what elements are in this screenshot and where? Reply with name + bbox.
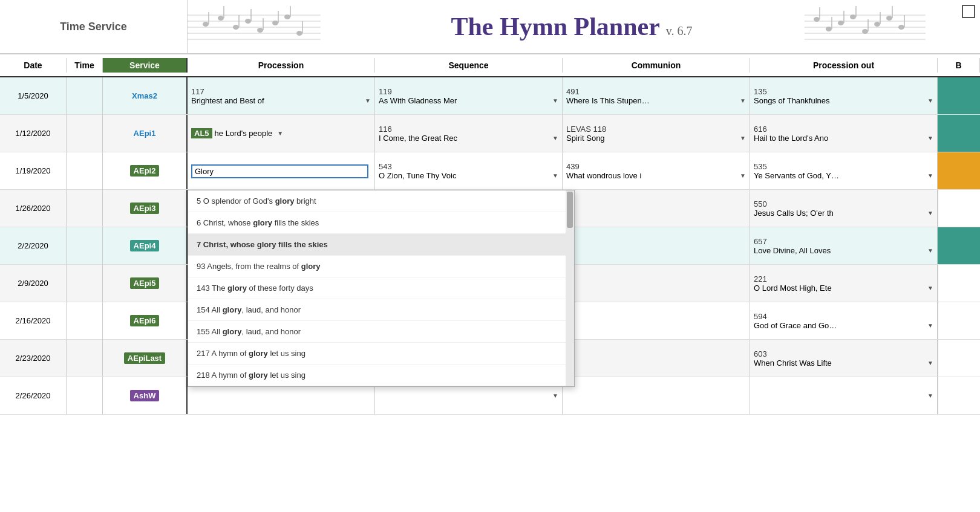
hymn-number: 657 bbox=[754, 237, 933, 246]
hymn-select[interactable]: Ye Servants of God, Y… ▼ bbox=[754, 171, 933, 180]
service-cell[interactable]: AEpi5 bbox=[103, 265, 188, 302]
sequence-cell[interactable]: 543 O Zion, Tune Thy Voic ▼ bbox=[375, 152, 563, 189]
procout-cell[interactable]: 135 Songs of Thankfulnes ▼ bbox=[750, 77, 938, 114]
communion-cell[interactable]: LEVAS 118 Spirit Song ▼ bbox=[563, 115, 750, 152]
service-link[interactable]: AEpi3 bbox=[130, 203, 160, 214]
dropdown-arrow-icon[interactable]: ▼ bbox=[552, 97, 558, 104]
dropdown-arrow-icon[interactable]: ▼ bbox=[927, 135, 933, 141]
hymn-select[interactable]: Hail to the Lord's Ano ▼ bbox=[754, 134, 933, 143]
procession-cell-editing[interactable] bbox=[188, 152, 375, 189]
autocomplete-item[interactable]: 154 All glory, laud, and honor bbox=[188, 299, 574, 321]
procout-cell[interactable]: ▼ bbox=[750, 377, 938, 414]
service-cell[interactable]: AEpi3 bbox=[103, 190, 188, 227]
svg-point-5 bbox=[203, 22, 209, 27]
autocomplete-item[interactable]: 155 All glory, laud, and honor bbox=[188, 321, 574, 343]
hymn-select[interactable]: God of Grace and Go… ▼ bbox=[754, 321, 933, 330]
service-link[interactable]: AshW bbox=[130, 390, 160, 401]
procout-cell[interactable]: 657 Love Divine, All Loves ▼ bbox=[750, 227, 938, 264]
hymn-select[interactable]: As With Gladness Mer ▼ bbox=[379, 96, 558, 105]
dropdown-arrow-icon[interactable]: ▼ bbox=[740, 172, 746, 179]
communion-cell[interactable] bbox=[563, 227, 750, 264]
hymn-select[interactable]: Spirit Song ▼ bbox=[566, 134, 746, 143]
communion-cell[interactable]: 58 bbox=[563, 265, 750, 302]
autocomplete-item[interactable]: 5 O splendor of God's glory bright bbox=[188, 190, 574, 212]
dropdown-arrow-icon[interactable]: ▼ bbox=[740, 97, 746, 104]
dropdown-arrow-icon[interactable]: ▼ bbox=[927, 247, 933, 254]
scrollbar-thumb[interactable] bbox=[567, 192, 573, 228]
procession-cell[interactable]: AL5 he Lord's people ▼ bbox=[188, 115, 375, 152]
procout-cell[interactable]: 535 Ye Servants of God, Y… ▼ bbox=[750, 152, 938, 189]
extra-cell bbox=[938, 302, 980, 339]
service-link[interactable]: AEpi2 bbox=[130, 165, 160, 177]
col-header-time: Time bbox=[67, 58, 103, 73]
communion-cell[interactable] bbox=[563, 302, 750, 339]
svg-point-38 bbox=[886, 16, 892, 21]
dropdown-arrow-icon[interactable]: ▼ bbox=[365, 97, 371, 104]
service-link[interactable]: Xmas2 bbox=[132, 91, 157, 100]
procession-cell[interactable]: 117 Brightest and Best of ▼ bbox=[188, 77, 375, 114]
service-link[interactable]: AEpi6 bbox=[130, 315, 160, 326]
item-after: of these forty days bbox=[247, 284, 313, 293]
hymn-select[interactable]: O Lord Most High, Ete ▼ bbox=[754, 284, 933, 293]
window-checkbox-icon[interactable] bbox=[962, 5, 975, 18]
service-link[interactable]: AEpi4 bbox=[130, 240, 160, 251]
service-cell[interactable]: AEpi4 bbox=[103, 227, 188, 264]
service-cell[interactable]: AEpiLast bbox=[103, 340, 188, 377]
service-cell[interactable]: AEpi2 bbox=[103, 152, 188, 189]
service-link[interactable]: AEpi5 bbox=[130, 277, 160, 289]
dropdown-arrow-icon[interactable]: ▼ bbox=[927, 322, 933, 329]
hymn-name: he Lord's people bbox=[215, 129, 273, 138]
procout-cell[interactable]: 594 God of Grace and Go… ▼ bbox=[750, 302, 938, 339]
procout-cell[interactable]: 221 O Lord Most High, Ete ▼ bbox=[750, 265, 938, 302]
procession-input[interactable] bbox=[191, 164, 368, 178]
hymn-select[interactable]: I Come, the Great Rec ▼ bbox=[379, 134, 558, 143]
service-cell[interactable]: AEpi6 bbox=[103, 302, 188, 339]
dropdown-arrow-icon[interactable]: ▼ bbox=[927, 360, 933, 366]
dropdown-arrow-icon[interactable]: ▼ bbox=[740, 135, 746, 141]
item-bold: glory bbox=[227, 284, 247, 293]
service-cell[interactable]: AshW bbox=[103, 377, 188, 414]
procout-cell[interactable]: 550 Jesus Calls Us; O'er th ▼ bbox=[750, 190, 938, 227]
dropdown-arrow-icon[interactable]: ▼ bbox=[927, 285, 933, 291]
header-right bbox=[956, 0, 980, 53]
sequence-cell[interactable]: 116 I Come, the Great Rec ▼ bbox=[375, 115, 563, 152]
service-link[interactable]: AEpiLast bbox=[124, 352, 165, 364]
autocomplete-item[interactable]: 217 A hymn of glory let us sing bbox=[188, 343, 574, 365]
communion-cell[interactable] bbox=[563, 340, 750, 377]
autocomplete-item-selected[interactable]: 7 Christ, whose glory fills the skies bbox=[188, 234, 574, 256]
dropdown-arrow-icon[interactable]: ▼ bbox=[927, 172, 933, 179]
autocomplete-item[interactable]: 218 A hymn of glory let us sing bbox=[188, 365, 574, 386]
sequence-cell[interactable]: 119 As With Gladness Mer ▼ bbox=[375, 77, 563, 114]
service-link[interactable]: AEpi1 bbox=[134, 129, 156, 138]
hymn-select[interactable]: Where Is This Stupen… ▼ bbox=[566, 96, 746, 105]
procout-cell[interactable]: 603 When Christ Was Lifte ▼ bbox=[750, 340, 938, 377]
communion-cell[interactable]: 439 What wondrous love i ▼ bbox=[563, 152, 750, 189]
autocomplete-scrollbar[interactable] bbox=[566, 190, 574, 386]
dropdown-arrow-icon[interactable]: ▼ bbox=[927, 392, 933, 399]
date-cell: 2/16/2020 bbox=[0, 302, 67, 339]
autocomplete-item[interactable]: 143 The glory of these forty days bbox=[188, 277, 574, 299]
procout-cell[interactable]: 616 Hail to the Lord's Ano ▼ bbox=[750, 115, 938, 152]
dropdown-arrow-icon[interactable]: ▼ bbox=[927, 97, 933, 104]
communion-cell[interactable]: 491 Where Is This Stupen… ▼ bbox=[563, 77, 750, 114]
dropdown-arrow-icon[interactable]: ▼ bbox=[552, 135, 558, 141]
autocomplete-item[interactable]: 6 Christ, whose glory fills the skies bbox=[188, 212, 574, 234]
dropdown-arrow-icon[interactable]: ▼ bbox=[277, 130, 283, 137]
service-cell[interactable]: Xmas2 bbox=[103, 77, 188, 114]
dropdown-arrow-icon[interactable]: ▼ bbox=[927, 210, 933, 216]
hymn-select[interactable]: What wondrous love i ▼ bbox=[566, 171, 746, 180]
dropdown-arrow-icon[interactable]: ▼ bbox=[552, 392, 558, 399]
communion-cell[interactable] bbox=[563, 190, 750, 227]
item-bold: glory bbox=[249, 371, 268, 380]
service-cell[interactable]: AEpi1 bbox=[103, 115, 188, 152]
autocomplete-item[interactable]: 93 Angels, from the realms of glory bbox=[188, 256, 574, 277]
hymn-number: 594 bbox=[754, 312, 933, 321]
hymn-select[interactable]: O Zion, Tune Thy Voic ▼ bbox=[379, 171, 558, 180]
communion-cell[interactable] bbox=[563, 377, 750, 414]
hymn-select[interactable]: When Christ Was Lifte ▼ bbox=[754, 358, 933, 368]
hymn-select[interactable]: Jesus Calls Us; O'er th ▼ bbox=[754, 209, 933, 218]
hymn-select[interactable]: Songs of Thankfulnes ▼ bbox=[754, 96, 933, 105]
hymn-select[interactable]: Brightest and Best of ▼ bbox=[191, 96, 371, 105]
hymn-select[interactable]: Love Divine, All Loves ▼ bbox=[754, 246, 933, 255]
dropdown-arrow-icon[interactable]: ▼ bbox=[552, 172, 558, 179]
